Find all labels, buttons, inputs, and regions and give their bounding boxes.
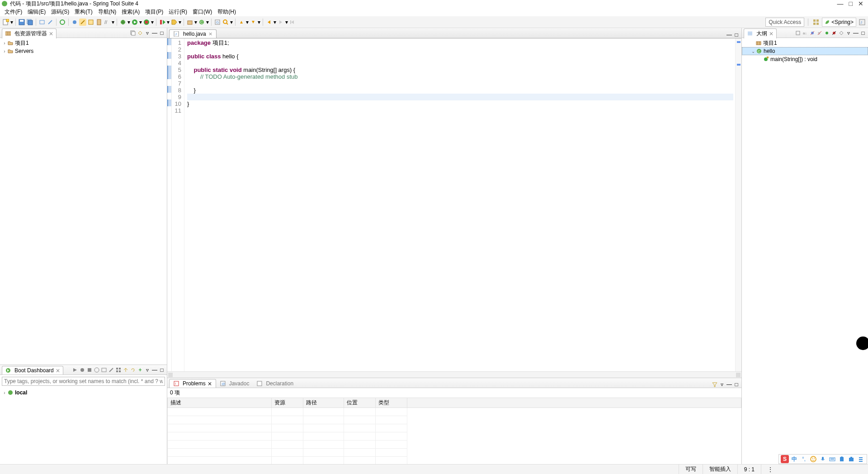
dropdown-icon[interactable]: ▾ (166, 19, 170, 25)
bd-console-icon[interactable] (101, 367, 107, 373)
ime-settings-icon[interactable] (857, 455, 865, 463)
expand-icon[interactable]: ⌄ (750, 49, 756, 54)
dropdown-icon[interactable]: ▾ (194, 19, 198, 25)
outline-row[interactable]: main(String[]) : void (742, 55, 868, 63)
last-edit-icon[interactable] (289, 19, 296, 26)
hide-static-icon[interactable]: S (816, 30, 823, 36)
note-icon[interactable] (87, 19, 94, 26)
package-explorer-tree[interactable]: ›项目1›Servers (0, 38, 167, 365)
perspective-spring[interactable]: <Spring> (822, 18, 856, 27)
toggle-comment-icon[interactable]: // (104, 19, 111, 26)
maximize-button[interactable]: □ (849, 0, 853, 7)
hide-nonpublic-icon[interactable] (824, 30, 830, 36)
menu-item[interactable]: 项目(P) (142, 7, 166, 17)
filter-icon[interactable] (712, 381, 718, 388)
floating-assist-button[interactable] (856, 337, 868, 350)
ime-keyboard-icon[interactable] (828, 455, 836, 463)
dropdown-icon[interactable]: ▾ (245, 19, 249, 25)
menu-item[interactable]: 运行(R) (166, 7, 190, 17)
menu-item[interactable]: 重构(T) (72, 7, 95, 17)
minimize-editor-icon[interactable]: — (726, 32, 732, 38)
ime-emoji-icon[interactable] (809, 455, 817, 463)
ime-brand-icon[interactable]: S (781, 455, 789, 463)
tab-declaration[interactable]: Declaration (253, 379, 297, 388)
run-button[interactable] (131, 19, 138, 26)
dropdown-icon[interactable]: ▾ (230, 19, 233, 25)
bd-add-icon[interactable]: + (137, 367, 143, 373)
open-type-icon[interactable]: G (214, 19, 221, 26)
menu-item[interactable]: 编辑(E) (25, 7, 48, 17)
ime-toolbar[interactable]: S 中 °, (778, 454, 867, 464)
view-menu-icon[interactable]: ▿ (144, 30, 151, 36)
wand-icon[interactable] (47, 19, 54, 26)
save-button[interactable] (18, 19, 25, 26)
dropdown-icon[interactable]: ▾ (151, 19, 154, 25)
pin-highlight-icon[interactable] (79, 19, 86, 26)
tab-problems[interactable]: ! Problems ⨯ (169, 379, 216, 388)
collapse-all-icon[interactable] (130, 30, 136, 36)
bd-stop-icon[interactable] (86, 367, 93, 373)
save-all-button[interactable] (26, 19, 33, 26)
minimize-view-icon[interactable]: — (853, 30, 859, 36)
build-icon[interactable] (95, 19, 103, 26)
debug-button[interactable] (119, 19, 127, 26)
tree-row[interactable]: ›项目1 (0, 39, 167, 47)
open-perspective-icon[interactable] (812, 19, 820, 26)
tab-javadoc[interactable]: @ Javadoc (216, 379, 253, 388)
prev-annotation-icon[interactable] (238, 19, 245, 26)
view-menu-icon[interactable]: ▿ (845, 30, 852, 36)
maximize-view-icon[interactable]: □ (159, 30, 165, 36)
menu-item[interactable]: 搜索(A) (119, 7, 142, 17)
ime-skin-icon[interactable] (838, 455, 846, 463)
minimize-view-icon[interactable]: — (726, 381, 732, 388)
status-menu-icon[interactable]: ⋮ (761, 465, 779, 474)
maximize-view-icon[interactable]: □ (159, 367, 165, 373)
next-annotation-icon[interactable] (250, 19, 257, 26)
new-class-icon[interactable]: C (198, 19, 205, 26)
tag-icon[interactable] (170, 19, 178, 26)
view-menu-icon[interactable]: ▿ (144, 367, 151, 373)
close-icon[interactable]: ⨯ (208, 380, 212, 387)
bd-edit-icon[interactable] (108, 367, 114, 373)
dropdown-icon[interactable]: ▾ (10, 19, 14, 25)
maximize-editor-icon[interactable]: □ (733, 32, 740, 38)
close-icon[interactable]: ⨯ (49, 30, 53, 37)
column-header[interactable]: 路径 (303, 398, 344, 408)
expand-icon[interactable]: › (2, 41, 7, 46)
view-menu-icon[interactable]: ▿ (719, 381, 725, 388)
dropdown-icon[interactable]: ▾ (127, 19, 131, 25)
outline-tree[interactable]: 项目1⌄Chellomain(String[]) : void (742, 38, 868, 464)
maximize-view-icon[interactable]: □ (860, 30, 866, 36)
boot-dashboard-filter[interactable] (2, 377, 165, 386)
minimize-view-icon[interactable]: — (151, 367, 158, 373)
outline-tab[interactable]: 大纲 ⨯ (744, 28, 777, 38)
bd-grid-icon[interactable] (115, 367, 122, 373)
menu-item[interactable]: 窗口(W) (190, 7, 215, 17)
bd-export-icon[interactable] (123, 367, 129, 373)
dropdown-icon[interactable]: ▾ (178, 19, 182, 25)
menu-item[interactable]: 帮助(H) (215, 7, 239, 17)
focus-icon[interactable] (795, 30, 801, 36)
quick-access-field[interactable]: Quick Access (765, 18, 804, 27)
minimize-view-icon[interactable]: — (151, 30, 158, 36)
boot-dashboard-tab[interactable]: Boot Dashboard ⨯ (2, 366, 63, 374)
column-header[interactable]: 资源 (272, 398, 303, 408)
skip-breakpoints-icon[interactable] (71, 19, 78, 26)
link-editor-icon[interactable] (838, 30, 844, 36)
dropdown-icon[interactable]: ▾ (206, 19, 209, 25)
menu-item[interactable]: 源码(S) (48, 7, 72, 17)
back-button[interactable] (265, 19, 273, 26)
editor-tab-hello[interactable]: J hello.java ⨯ (169, 29, 217, 38)
dropdown-icon[interactable]: ▾ (273, 19, 277, 25)
tree-row-local[interactable]: › local (0, 389, 167, 397)
rect-tool-icon[interactable] (38, 19, 46, 26)
ime-voice-icon[interactable] (819, 455, 827, 463)
package-explorer-tab[interactable]: 包资源管理器 ⨯ (2, 28, 57, 38)
code-content[interactable]: package 项目1;public class hello { public … (184, 38, 735, 371)
bd-globe-icon[interactable] (94, 367, 100, 373)
problems-table[interactable]: 描述资源路径位置类型 (167, 398, 741, 464)
column-header[interactable]: 位置 (344, 398, 376, 408)
dropdown-icon[interactable]: ▾ (257, 19, 261, 25)
java-perspective-icon[interactable]: J (859, 19, 866, 26)
tree-row[interactable]: ›Servers (0, 47, 167, 55)
